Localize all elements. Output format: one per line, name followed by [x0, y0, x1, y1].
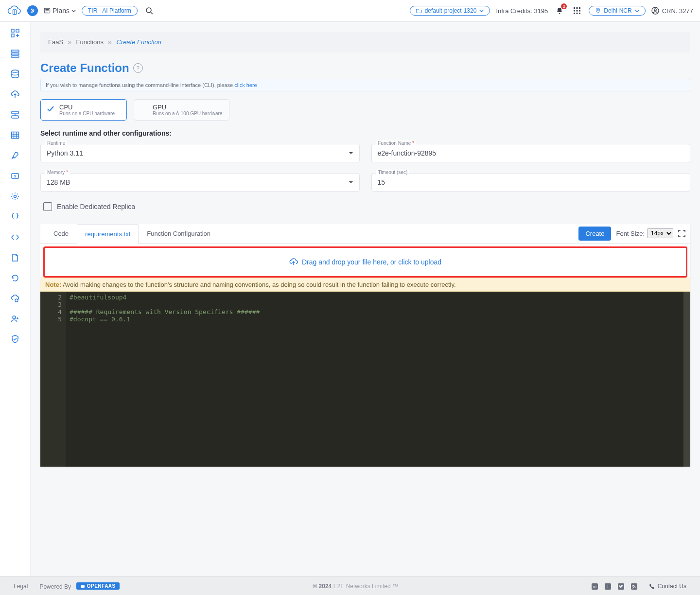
settings-icon[interactable] — [10, 191, 20, 202]
project-selector[interactable]: default-project-1320 — [410, 6, 490, 16]
breadcrumb-functions[interactable]: Functions — [76, 38, 104, 46]
svg-rect-13 — [579, 13, 580, 14]
tab-requirements[interactable]: requirements.txt — [77, 224, 139, 244]
social-icons: in f — [592, 583, 637, 590]
section-label: Select runtime and other configurations: — [40, 129, 690, 137]
pipeline-icon[interactable] — [10, 109, 20, 120]
cloud-upload-icon — [289, 258, 298, 266]
svg-rect-7 — [579, 7, 580, 9]
help-icon[interactable]: ? — [133, 63, 143, 73]
svg-point-44 — [632, 587, 633, 588]
gpu-card[interactable]: GPU Runs on a A-100 GPU hardware — [134, 99, 229, 121]
rss-icon[interactable] — [631, 583, 637, 590]
cloud-lock-icon[interactable] — [10, 293, 20, 304]
memory-value: 128 MB — [47, 178, 70, 186]
svg-rect-37 — [81, 585, 85, 588]
refresh-icon[interactable] — [10, 273, 20, 283]
cpu-card[interactable]: CPU Runs on a CPU hardware — [40, 99, 127, 121]
svg-rect-20 — [11, 50, 19, 52]
svg-point-16 — [654, 9, 656, 11]
scrollbar[interactable] — [683, 292, 690, 467]
svg-rect-24 — [12, 111, 18, 114]
svg-rect-8 — [574, 10, 575, 12]
footer-powered: Powered By - OPENFAAS — [39, 582, 119, 590]
code-lines[interactable]: #beautifulsoup4 ###### Requirements with… — [66, 292, 690, 467]
region-selector[interactable]: Delhi-NCR — [589, 6, 645, 16]
timeout-field[interactable]: Timeout (sec) — [371, 173, 691, 192]
svg-rect-43 — [631, 583, 637, 590]
svg-point-23 — [12, 70, 18, 72]
notifications-button[interactable]: 2 — [554, 5, 565, 17]
cli-link[interactable]: click here — [234, 82, 257, 88]
code-icon[interactable] — [10, 232, 20, 243]
svg-text:in: in — [593, 584, 596, 589]
replica-label: Enable Dedicated Replica — [57, 203, 135, 210]
fontsize-control: Font Size: 14px — [616, 228, 673, 238]
svg-point-34 — [14, 195, 17, 198]
svg-rect-6 — [577, 7, 578, 9]
cloud-upload-icon[interactable] — [10, 89, 20, 100]
nodes-icon[interactable] — [10, 48, 20, 59]
chevron-down-icon — [71, 9, 76, 13]
database-icon[interactable] — [10, 69, 20, 79]
svg-rect-18 — [16, 29, 19, 32]
logo-icon — [7, 5, 21, 16]
rocket-icon[interactable] — [10, 150, 20, 161]
tab-code[interactable]: Code — [45, 224, 77, 243]
replica-checkbox-row[interactable]: Enable Dedicated Replica — [43, 202, 690, 211]
svg-rect-19 — [11, 34, 14, 37]
tab-configuration[interactable]: Function Configuration — [139, 224, 219, 243]
linkedin-icon[interactable]: in — [592, 583, 598, 590]
contact-us[interactable]: Contact Us — [649, 583, 686, 590]
memory-field[interactable]: Memory * 128 MB — [40, 173, 360, 192]
billing-icon[interactable]: $ — [10, 171, 20, 181]
shield-icon[interactable] — [10, 334, 20, 345]
svg-rect-22 — [11, 56, 19, 57]
editor-panel: Code requirements.txt Function Configura… — [40, 224, 690, 467]
fontsize-select[interactable]: 14px — [648, 228, 673, 238]
create-button[interactable]: Create — [578, 227, 611, 241]
svg-point-3 — [146, 8, 151, 13]
svg-rect-25 — [12, 116, 18, 118]
svg-rect-17 — [11, 29, 14, 32]
function-name-field[interactable]: Function Name * — [371, 144, 691, 162]
gutter: 2345 — [40, 292, 66, 467]
timeout-input[interactable] — [371, 173, 691, 192]
footer-legal[interactable]: Legal — [14, 583, 28, 590]
tir-ai-platform-chip[interactable]: TIR - AI Platform — [82, 6, 138, 16]
checkbox-icon[interactable] — [43, 202, 52, 211]
note-bar: Note: Avoid making changes to the functi… — [40, 278, 690, 292]
svg-rect-12 — [577, 13, 578, 14]
runtime-field[interactable]: Runtime Python 3.11 — [40, 144, 360, 162]
plans-menu[interactable]: Plans — [44, 7, 76, 15]
function-name-input[interactable] — [371, 144, 691, 162]
svg-point-14 — [597, 9, 599, 11]
svg-rect-9 — [577, 10, 578, 12]
braces-icon[interactable] — [10, 211, 20, 222]
add-user-icon[interactable] — [10, 314, 20, 324]
grid-icon — [573, 7, 581, 15]
svg-point-35 — [15, 299, 18, 302]
openfaas-icon — [80, 584, 85, 589]
svg-line-4 — [151, 12, 153, 14]
twitter-icon[interactable] — [618, 583, 624, 590]
svg-rect-27 — [12, 132, 19, 139]
main: FaaS » Functions » Create Function Creat… — [31, 22, 700, 576]
breadcrumb-faas[interactable]: FaaS — [48, 38, 63, 46]
infra-credits: Infra Credits: 3195 — [496, 7, 548, 15]
fullscreen-button[interactable] — [678, 230, 685, 237]
table-icon[interactable] — [10, 130, 20, 140]
file-icon[interactable] — [10, 252, 20, 263]
chevron-down-icon — [349, 180, 353, 185]
dashboard-icon[interactable] — [10, 28, 20, 38]
facebook-icon[interactable]: f — [605, 583, 611, 590]
crn-account[interactable]: CRN. 3277 — [651, 7, 693, 15]
gpu-sub: Runs on a A-100 GPU hardware — [153, 111, 222, 116]
notif-badge: 2 — [561, 3, 567, 9]
openfaas-badge[interactable]: OPENFAAS — [76, 582, 120, 590]
upload-dropzone[interactable]: Drag and drop your file here, or click t… — [43, 246, 687, 278]
code-editor[interactable]: 2345 #beautifulsoup4 ###### Requirements… — [40, 292, 690, 467]
expand-nav-button[interactable] — [27, 5, 38, 16]
search-button[interactable] — [143, 5, 155, 17]
apps-grid-button[interactable] — [571, 5, 583, 17]
